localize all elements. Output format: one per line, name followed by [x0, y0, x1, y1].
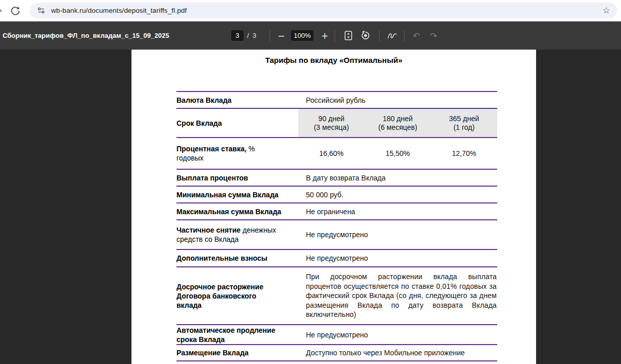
forward-icon[interactable] [0, 8, 3, 14]
undo-button[interactable]: ↶ [411, 31, 422, 41]
fit-page-button[interactable] [344, 31, 352, 40]
row-label: Максимальная сумма Вклада [176, 207, 298, 216]
pdf-toolbar: Сборник_тарифов_ФЛ_по_вкладам_с_15_09_20… [0, 21, 621, 50]
reload-icon [10, 5, 21, 16]
pdf-viewer[interactable]: Тарифы по вкладу «Оптимальный» Валюта Вк… [0, 50, 621, 364]
zoom-in-button[interactable]: + [320, 31, 329, 41]
row-label: Досрочное расторжение Договора банковско… [176, 282, 298, 310]
row-label: Срок Вклада [176, 119, 298, 128]
rotate-icon [360, 30, 371, 41]
row-value: При досрочном расторжении вклада выплата… [298, 272, 497, 320]
table-row: Досрочное расторжение Договора банковско… [176, 267, 497, 325]
table-row: Размещение Вклада Доступно только через … [176, 345, 497, 361]
pdf-document-title: Сборник_тарифов_ФЛ_по_вкладам_с_15_09_20… [3, 21, 169, 50]
document-heading: Тарифы по вкладу «Оптимальный» [131, 50, 536, 64]
redo-button[interactable]: ↷ [429, 31, 439, 41]
table-row: Дополнительные взносы Не предусмотрено [176, 250, 497, 267]
divider [270, 30, 270, 41]
rate-cell: 15,50% [365, 149, 431, 158]
row-label: Выплата процентов [176, 173, 298, 183]
row-label: Процентная ставка, % годовых [176, 144, 298, 163]
browser-toolbar: wb-bank.ru/documents/deposit_tariffs_fl.… [0, 0, 621, 21]
page-separator: / [247, 32, 249, 39]
term-cell: 90 дней(3 месяца) [298, 115, 365, 132]
divider [379, 30, 380, 41]
row-label: Частичное снятие денежных средств со Вкл… [176, 225, 298, 244]
table-row: Процентная ставка, % годовых 16,60% 15,5… [176, 138, 497, 170]
row-label: Размещение Вклада [176, 348, 298, 357]
row-value: В дату возврата Вклада [298, 173, 497, 183]
term-cell: 365 дней(1 год) [431, 115, 497, 132]
zoom-out-button[interactable]: − [277, 31, 286, 41]
rate-cell: 12,70% [431, 149, 497, 158]
pen-squiggle-icon [387, 31, 398, 40]
row-value: Не ограничена [298, 207, 497, 216]
page-total: 3 [253, 32, 256, 39]
rotate-button[interactable] [360, 30, 371, 41]
pdf-page: Тарифы по вкладу «Оптимальный» Валюта Вк… [131, 50, 536, 364]
term-columns: 90 дней(3 месяца) 180 дней(6 месяцев) 36… [298, 109, 497, 137]
tariff-table: Валюта Вклада Российский рубль Срок Вкла… [176, 91, 497, 361]
row-label: Автоматическое продление срока Вклада [176, 326, 298, 344]
row-label: Валюта Вклада [176, 96, 298, 105]
row-value: Не предусмотрено [298, 230, 497, 239]
table-row: Валюта Вклада Российский рубль [176, 92, 497, 109]
table-row: Максимальная сумма Вклада Не ограничена [176, 203, 497, 220]
table-row: Выплата процентов В дату возврата Вклада [176, 170, 497, 187]
divider [404, 30, 405, 41]
row-label: Минимальная сумма Вклада [176, 190, 298, 199]
bookmark-star-icon[interactable]: ☆ [603, 6, 610, 15]
row-value: 50 000 руб. [298, 190, 497, 199]
row-value: Российский рубль [298, 96, 497, 105]
zoom-level[interactable]: 100% [291, 30, 314, 41]
rate-columns: 16,60% 15,50% 12,70% [298, 138, 497, 169]
table-row: Срок Вклада 90 дней(3 месяца) 180 дней(6… [176, 109, 497, 138]
row-value: Не предусмотрено [298, 254, 497, 263]
row-label: Дополнительные взносы [176, 254, 298, 263]
rate-cell: 16,60% [298, 149, 365, 158]
url-text[interactable]: wb-bank.ru/documents/deposit_tariffs_fl.… [51, 7, 187, 14]
divider [335, 30, 335, 41]
reload-button[interactable] [10, 5, 21, 16]
table-row: Минимальная сумма Вклада 50 000 руб. [176, 187, 497, 203]
row-value: Доступно только через Мобильное приложен… [298, 348, 497, 357]
pdf-controls: 3 / 3 − 100% + [231, 21, 439, 50]
table-row: Частичное снятие денежных средств со Вкл… [176, 220, 497, 250]
address-bar[interactable]: wb-bank.ru/documents/deposit_tariffs_fl.… [30, 3, 617, 18]
row-value: Не предусмотрено [298, 330, 497, 339]
table-row: Автоматическое продление срока Вклада Не… [176, 325, 497, 345]
page-number-input[interactable]: 3 [231, 30, 243, 41]
term-cell: 180 дней(6 месяцев) [365, 115, 431, 132]
annotate-button[interactable] [387, 31, 398, 40]
fit-page-icon [344, 31, 352, 40]
site-settings-icon[interactable] [36, 6, 46, 15]
